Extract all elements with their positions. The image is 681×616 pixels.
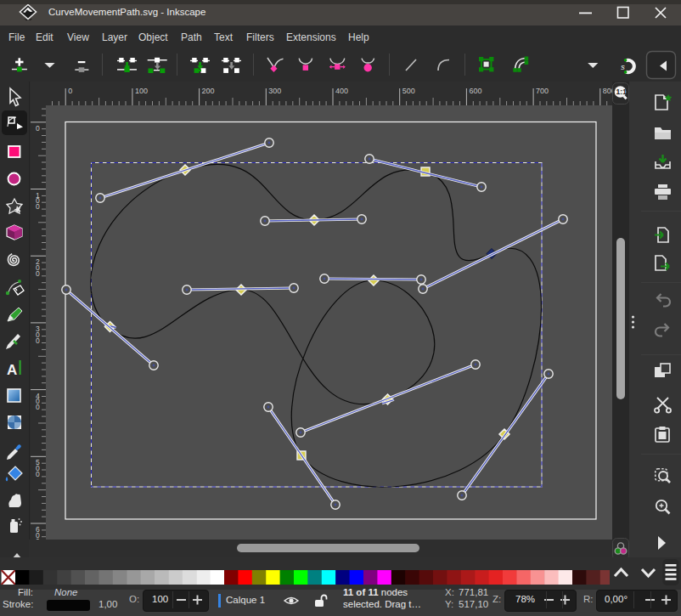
svg-text:200: 200 xyxy=(202,87,215,95)
svg-text:0: 0 xyxy=(36,124,40,133)
svg-text:700: 700 xyxy=(536,87,549,95)
svg-text:0: 0 xyxy=(68,87,72,95)
svg-text:A: A xyxy=(7,362,17,378)
svg-text:800: 800 xyxy=(603,87,612,95)
svg-text:1:1: 1:1 xyxy=(616,88,628,96)
svg-text:300: 300 xyxy=(268,87,281,95)
svg-text:400: 400 xyxy=(335,87,348,95)
svg-text:0: 0 xyxy=(36,403,40,411)
svg-text:0: 0 xyxy=(36,269,40,278)
svg-text:0: 0 xyxy=(36,470,40,478)
svg-text:100: 100 xyxy=(135,87,148,95)
svg-text:500: 500 xyxy=(402,87,415,95)
svg-text:600: 600 xyxy=(469,87,481,95)
svg-text:0: 0 xyxy=(36,336,40,345)
svg-text:0: 0 xyxy=(36,202,40,211)
svg-text:s: s xyxy=(621,63,625,71)
